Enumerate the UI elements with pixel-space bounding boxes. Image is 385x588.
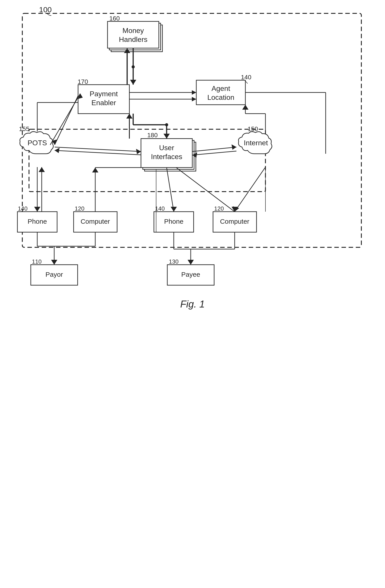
svg-text:120: 120 xyxy=(75,205,84,212)
svg-text:Agent: Agent xyxy=(211,84,230,92)
svg-text:Phone: Phone xyxy=(28,218,47,225)
svg-line-71 xyxy=(50,94,80,145)
svg-marker-84 xyxy=(92,168,98,172)
svg-text:160: 160 xyxy=(109,15,120,22)
svg-text:140: 140 xyxy=(241,74,251,81)
svg-line-87 xyxy=(176,168,235,212)
svg-text:120: 120 xyxy=(214,205,224,212)
svg-text:Handlers: Handlers xyxy=(119,35,147,43)
svg-marker-80 xyxy=(34,207,40,212)
svg-text:180: 180 xyxy=(147,132,158,139)
diagram-container: 100 Money Handlers 160 Payment Enabler 1… xyxy=(0,0,385,588)
svg-text:Computer: Computer xyxy=(220,218,249,225)
svg-marker-62 xyxy=(136,149,141,154)
svg-marker-100 xyxy=(188,260,194,265)
svg-text:Money: Money xyxy=(122,26,144,35)
svg-line-67 xyxy=(192,151,236,155)
svg-line-85 xyxy=(167,168,174,212)
svg-line-89 xyxy=(235,167,265,212)
svg-text:Phone: Phone xyxy=(164,218,183,225)
svg-marker-82 xyxy=(39,167,45,172)
svg-text:Location: Location xyxy=(207,93,234,101)
svg-text:150: 150 xyxy=(248,126,258,132)
svg-text:Enabler: Enabler xyxy=(91,99,116,107)
svg-marker-60 xyxy=(126,114,133,119)
fig-label: Fig. 1 xyxy=(180,298,205,310)
svg-text:170: 170 xyxy=(78,78,88,85)
svg-text:110: 110 xyxy=(32,258,42,265)
svg-text:Computer: Computer xyxy=(81,218,110,225)
svg-marker-64 xyxy=(55,148,60,153)
svg-marker-58 xyxy=(163,134,170,139)
svg-text:140: 140 xyxy=(155,205,165,212)
svg-text:User: User xyxy=(159,144,174,152)
svg-marker-66 xyxy=(231,144,236,150)
svg-text:130: 130 xyxy=(169,258,179,265)
svg-text:Payment: Payment xyxy=(90,90,118,98)
svg-marker-53 xyxy=(192,97,196,101)
svg-marker-86 xyxy=(171,207,177,212)
svg-marker-51 xyxy=(192,90,196,95)
svg-text:Payee: Payee xyxy=(181,271,200,278)
svg-rect-4 xyxy=(108,21,159,48)
svg-marker-47 xyxy=(130,80,136,85)
svg-text:POTS: POTS xyxy=(27,139,47,147)
svg-marker-78 xyxy=(242,105,249,110)
svg-text:Internet: Internet xyxy=(244,139,268,147)
svg-line-65 xyxy=(192,147,236,151)
svg-text:140: 140 xyxy=(18,205,27,212)
svg-text:Payor: Payor xyxy=(45,271,63,278)
ref-100: 100 xyxy=(39,5,52,14)
svg-marker-95 xyxy=(51,260,57,265)
svg-text:Interfaces: Interfaces xyxy=(151,153,182,161)
svg-text:155: 155 xyxy=(19,126,29,132)
